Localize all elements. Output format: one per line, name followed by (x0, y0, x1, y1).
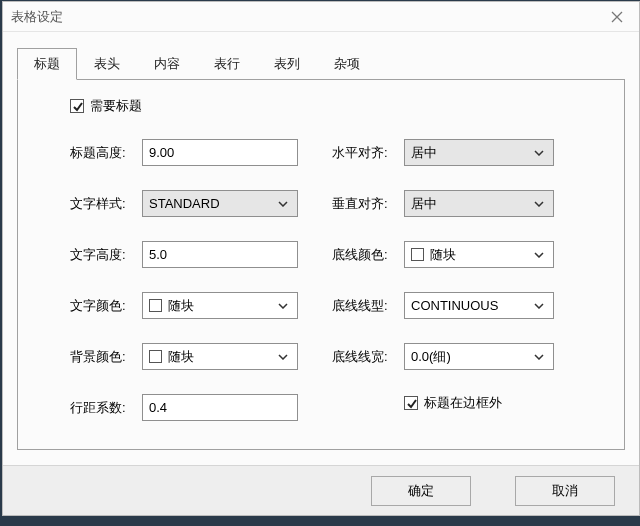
input-text-height[interactable]: 5.0 (142, 241, 298, 268)
label-halign: 水平对齐: (332, 144, 404, 162)
field-text-height: 文字高度: 5.0 (70, 241, 298, 268)
value-halign: 居中 (411, 144, 531, 162)
label-text-height: 文字高度: (70, 246, 142, 264)
label-valign: 垂直对齐: (332, 195, 404, 213)
value-title-height: 9.00 (149, 145, 291, 160)
need-title-row: 需要标题 (70, 97, 596, 115)
value-underline-type: CONTINUOUS (411, 298, 531, 313)
tab-bar: 标题 表头 内容 表行 表列 杂项 (3, 32, 639, 80)
value-text-color: 随块 (168, 297, 275, 315)
check-icon (406, 398, 417, 409)
tab-header[interactable]: 表头 (77, 48, 137, 80)
dialog-footer: 确定 取消 (3, 465, 639, 515)
field-line-spacing: 行距系数: 0.4 (70, 394, 298, 421)
chevron-down-icon (275, 201, 291, 207)
label-underline-width: 底线线宽: (332, 348, 404, 366)
chevron-down-icon (275, 354, 291, 360)
value-bg-color: 随块 (168, 348, 275, 366)
chevron-down-icon (275, 303, 291, 309)
select-valign[interactable]: 居中 (404, 190, 554, 217)
left-column: 标题高度: 9.00 文字样式: STANDARD 文字高度: 5.0 (70, 139, 298, 421)
input-line-spacing[interactable]: 0.4 (142, 394, 298, 421)
need-title-label: 需要标题 (90, 97, 142, 115)
form-columns: 标题高度: 9.00 文字样式: STANDARD 文字高度: 5.0 (70, 139, 596, 421)
value-underline-color: 随块 (430, 246, 531, 264)
label-line-spacing: 行距系数: (70, 399, 142, 417)
cancel-button[interactable]: 取消 (515, 476, 615, 506)
dialog-window: 表格设定 标题 表头 内容 表行 表列 杂项 需要标题 标题高度: 9.00 (2, 1, 640, 516)
chevron-down-icon (531, 252, 547, 258)
close-icon (611, 11, 623, 23)
chevron-down-icon (531, 201, 547, 207)
chevron-down-icon (531, 354, 547, 360)
label-title-height: 标题高度: (70, 144, 142, 162)
value-text-height: 5.0 (149, 247, 291, 262)
outside-border-checkbox[interactable] (404, 396, 418, 410)
field-underline-type: 底线线型: CONTINUOUS (332, 292, 554, 319)
tab-row[interactable]: 表行 (197, 48, 257, 80)
field-bg-color: 背景颜色: 随块 (70, 343, 298, 370)
select-text-color[interactable]: 随块 (142, 292, 298, 319)
swatch-icon (149, 350, 162, 363)
window-title: 表格设定 (11, 8, 63, 26)
select-halign[interactable]: 居中 (404, 139, 554, 166)
label-underline-color: 底线颜色: (332, 246, 404, 264)
check-icon (72, 101, 83, 112)
tab-column[interactable]: 表列 (257, 48, 317, 80)
select-underline-width[interactable]: 0.0(细) (404, 343, 554, 370)
swatch-icon (149, 299, 162, 312)
tab-content[interactable]: 内容 (137, 48, 197, 80)
label-text-color: 文字颜色: (70, 297, 142, 315)
right-column: 水平对齐: 居中 垂直对齐: 居中 底线颜色: (332, 139, 554, 421)
tab-title[interactable]: 标题 (17, 48, 77, 80)
field-underline-color: 底线颜色: 随块 (332, 241, 554, 268)
label-bg-color: 背景颜色: (70, 348, 142, 366)
titlebar: 表格设定 (3, 2, 639, 32)
value-valign: 居中 (411, 195, 531, 213)
ok-button[interactable]: 确定 (371, 476, 471, 506)
chevron-down-icon (531, 150, 547, 156)
input-title-height[interactable]: 9.00 (142, 139, 298, 166)
select-underline-type[interactable]: CONTINUOUS (404, 292, 554, 319)
close-button[interactable] (595, 2, 639, 32)
label-text-style: 文字样式: (70, 195, 142, 213)
select-underline-color[interactable]: 随块 (404, 241, 554, 268)
value-underline-width: 0.0(细) (411, 348, 531, 366)
field-halign: 水平对齐: 居中 (332, 139, 554, 166)
field-valign: 垂直对齐: 居中 (332, 190, 554, 217)
field-outside-border: 标题在边框外 (332, 394, 554, 412)
label-underline-type: 底线线型: (332, 297, 404, 315)
tab-misc[interactable]: 杂项 (317, 48, 377, 80)
field-text-style: 文字样式: STANDARD (70, 190, 298, 217)
field-underline-width: 底线线宽: 0.0(细) (332, 343, 554, 370)
outside-border-label: 标题在边框外 (424, 394, 502, 412)
field-title-height: 标题高度: 9.00 (70, 139, 298, 166)
need-title-checkbox[interactable] (70, 99, 84, 113)
swatch-icon (411, 248, 424, 261)
field-text-color: 文字颜色: 随块 (70, 292, 298, 319)
value-text-style: STANDARD (149, 196, 275, 211)
chevron-down-icon (531, 303, 547, 309)
select-text-style[interactable]: STANDARD (142, 190, 298, 217)
select-bg-color[interactable]: 随块 (142, 343, 298, 370)
value-line-spacing: 0.4 (149, 400, 291, 415)
tab-panel: 需要标题 标题高度: 9.00 文字样式: STANDARD (17, 79, 625, 450)
